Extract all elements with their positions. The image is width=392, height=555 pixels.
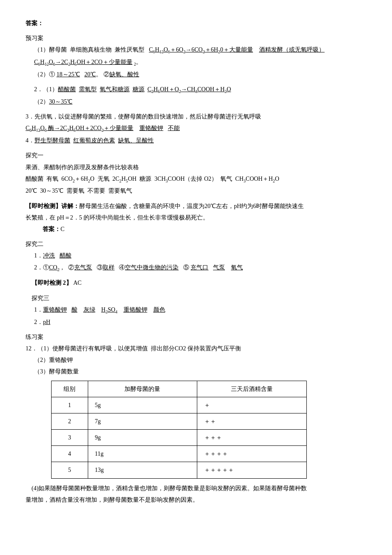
preview-1-1b: C6H12O6→2C2H5OH＋2CO＋少量能量 2。: [34, 57, 366, 68]
answer-label: 答案：: [26, 20, 43, 26]
practice-title: 练习案: [26, 332, 366, 342]
preview-4: 4．野生型酵母菌 红葡萄皮的色素 缺氧、呈酸性: [26, 135, 366, 146]
page-content: 答案： 预习案 （1）酵母菌 单细胞真核生物 兼性厌氧型 C6H12O6＋6O2…: [26, 18, 366, 505]
preview-3: 3．先供氧，以促进酵母菌的繁殖，使酵母菌的数目快速增加，然后让酵母菌进行无氧呼吸: [26, 111, 366, 122]
explore1-content: 醋酸菌 有氧 6CO2＋6H2O 无氧 2C2H5OH 糖源 3CH3COOH（…: [26, 173, 366, 185]
data-table: 组别 加酵母菌的量 三天后酒精含量 1 5g ＋ 2 7g ＋＋ 3 9g ＋＋…: [51, 381, 307, 479]
practice-12-1: 12．（1）使酵母菌进行有氧呼吸，以便其增值 排出部分CO2 保持装置内气压平衡: [26, 343, 366, 354]
explore1-title: 探究一: [26, 150, 366, 161]
explore2-2: 2．①CO2， ②充气泵 ③取样 ④空气中微生物的污染 ⑤ 充气口 气泵 氧气: [34, 262, 366, 274]
explore1-subtitle: 果酒、果醋制作的原理及发酵条件比较表格: [26, 162, 366, 173]
table-row: 3 9g ＋＋＋: [52, 430, 307, 446]
table-row: 4 11g ＋＋＋＋: [52, 446, 307, 462]
explore3-1: 1．重铬酸钾 酸 灰绿 H2SO4 重铬酸钾 颜色: [34, 304, 366, 316]
practice-12-4b: 量增加，酒精含量没有增加，则酵母菌数量不是影响发酵的因素。: [26, 494, 366, 505]
table-header-group: 组别: [52, 381, 88, 397]
table-header-alcohol: 三天后酒精含量: [197, 381, 307, 397]
preview-label: 预习案: [26, 33, 366, 43]
preview-3b: C6H12O6 酶→2C2H5OH＋2CO2＋少量能量 重铬酸钾 不能: [26, 123, 366, 134]
explore2-1: 1．冲洗 醋酸: [34, 250, 366, 261]
explore1-instant: 【即时检测】讲解：酵母菌生活在偏酸，含糖量高的环境中，温度为20℃左右，pH约为…: [26, 201, 366, 211]
explore1-answer: 答案：C: [43, 224, 366, 234]
explore2-title: 探究二: [26, 239, 366, 249]
explore1-temp: 20℃ 30～35℃ 需要氧 不需要 需要氧气: [26, 185, 366, 196]
explore1-instant2: 长繁殖，在 pH＝2．5 的环境中尚能生长，但生长非常缓慢极易死亡。: [26, 212, 366, 223]
practice-12-2: （2）重铬酸钾: [34, 355, 366, 365]
table-row: 2 7g ＋＋: [52, 413, 307, 429]
preview-2-2: （2）30～35℃: [34, 96, 366, 107]
preview-1-2: （2）① 18～25℃ 20℃。 ②缺氧、酸性: [34, 69, 366, 80]
preview-1-1: （1）酵母菌 单细胞真核生物 兼性厌氧型 C6H12O6＋6O2→6CO2＋6H…: [34, 44, 366, 56]
explore2-instant: 【即时检测 2】 AC: [26, 278, 366, 288]
table-row: 1 5g ＋: [52, 397, 307, 413]
explore3-title: 探究三: [26, 293, 366, 304]
practice-12-3: （3）酵母菌数量: [34, 366, 366, 377]
answer-header: 答案：: [26, 18, 366, 29]
table-header-amount: 加酵母菌的量: [88, 381, 197, 397]
explore3-2: 2．pH: [34, 317, 366, 327]
practice-12-4: (4)如果随酵母菌菌种数量增加，酒精含量也增加，则酵母菌数量是影响发酵的因素。如…: [26, 483, 366, 494]
table-row: 5 13g ＋＋＋＋＋: [52, 462, 307, 478]
preview-2-1: 2．（1）醋酸菌 需氧型 氧气和糖源 糖源 C2H5OH＋O2→CH3COOH＋…: [34, 84, 366, 95]
